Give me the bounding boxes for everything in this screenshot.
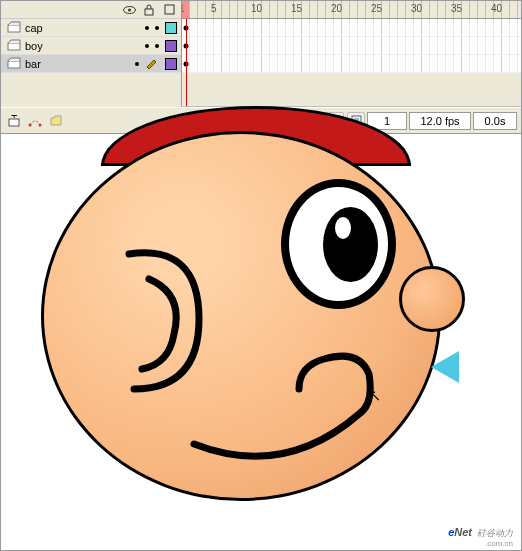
watermark-domain: .com.cn [448,541,513,547]
lock-icon[interactable] [142,3,156,17]
color-swatch[interactable] [165,22,177,34]
layer-name-label: boy [25,40,145,52]
visibility-dot[interactable] [145,44,149,48]
ruler-tick-35: 35 [451,3,462,14]
visibility-dot[interactable] [145,26,149,30]
watermark-brand-net: Net [454,526,472,538]
ear-line [129,253,199,389]
elapsed-field: 0.0s [473,112,517,130]
lock-dot[interactable] [155,26,159,30]
whistle-shape [431,351,459,383]
outline-icon[interactable] [162,3,176,17]
layer-toggles[interactable] [145,22,181,34]
layer-icon [7,57,21,71]
layer-header [1,1,181,19]
layer-panel: capboybar [1,1,182,106]
frame-row[interactable] [182,37,521,55]
ruler-tick-20: 20 [331,3,342,14]
layer-row-cap[interactable]: cap [1,19,181,37]
pencil-icon[interactable] [145,57,159,71]
ruler-tick-15: 15 [291,3,302,14]
layer-icon [7,21,21,35]
svg-text:+: + [11,115,17,121]
ruler-tick-40: 40 [491,3,502,14]
lock-dot[interactable] [155,44,159,48]
eye-shape [281,179,396,309]
ruler-tick-10: 10 [251,3,262,14]
eye-icon[interactable] [122,3,136,17]
frame-row[interactable] [182,19,521,37]
color-swatch[interactable] [165,58,177,70]
ruler-tick-30: 30 [411,3,422,14]
head-shape [41,131,441,501]
layer-row-boy[interactable]: boy [1,37,181,55]
svg-point-1 [128,8,131,11]
ruler-tick-5: 5 [211,3,217,14]
boy-artwork[interactable]: ↖ [21,126,441,526]
layer-name-label: bar [25,58,135,70]
frame-row[interactable] [182,55,521,73]
ruler-tick-25: 25 [371,3,382,14]
ruler-tick-1: 1 [182,3,185,14]
svg-rect-4 [8,25,20,32]
playhead-line [186,19,187,106]
layer-toggles[interactable] [135,57,181,71]
visibility-dot[interactable] [135,62,139,66]
layer-name-label: cap [25,22,145,34]
mouth-line [194,356,370,456]
stage-canvas[interactable]: ↖ eNet 硅谷动力 .com.cn [1,134,521,551]
layer-toggles[interactable] [145,40,181,52]
svg-rect-6 [8,61,20,68]
layer-row-bar[interactable]: bar [1,55,181,73]
layer-icon [7,39,21,53]
eye-highlight [335,217,351,239]
svg-rect-5 [8,43,20,50]
pupil-shape [323,207,378,282]
frame-ruler[interactable]: 1510152025303540 [182,1,521,19]
svg-rect-2 [145,9,153,15]
color-swatch[interactable] [165,40,177,52]
watermark-sub: 硅谷动力 [477,528,513,538]
mouse-cursor: ↖ [368,386,381,405]
svg-rect-3 [165,5,174,14]
nose-shape [399,266,465,332]
frames-panel[interactable]: 1510152025303540 [182,1,521,106]
watermark: eNet 硅谷动力 .com.cn [448,520,513,547]
